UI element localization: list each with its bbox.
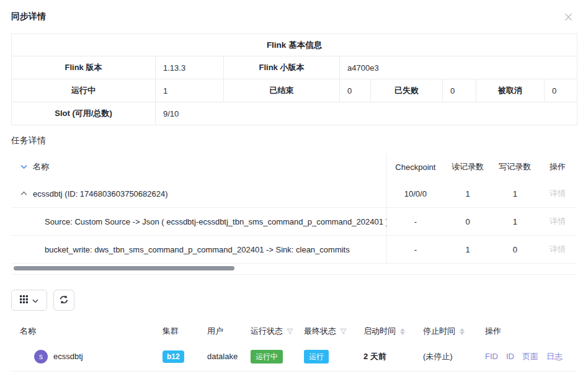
close-icon[interactable] — [563, 12, 573, 22]
task-read-count: 0 — [444, 217, 492, 226]
finished-value: 0 — [340, 79, 371, 102]
column-write-records: 写记录数 — [491, 161, 538, 172]
chevron-down-icon — [32, 296, 38, 305]
fid-link[interactable]: FID — [485, 352, 498, 361]
task-row-source: Source: Custom Source -> Json ( ecssdbtj… — [11, 208, 577, 236]
task-row-sink: bucket_write: dws_tbn_sms_command_p_comm… — [11, 236, 577, 264]
collapse-icon[interactable] — [20, 191, 27, 196]
column-stop-time: 停止时间 — [423, 326, 455, 337]
task-detail-link[interactable]: 详情 — [550, 216, 566, 226]
finished-label: 已结束 — [224, 79, 340, 102]
failed-label: 已失败 — [371, 79, 443, 102]
table-toolbar — [11, 290, 577, 311]
canceled-value: 0 — [545, 79, 577, 102]
id-link[interactable]: ID — [506, 352, 514, 361]
sort-icon[interactable] — [460, 328, 465, 335]
task-row-parent: ecssdbtj (ID: 1746803603750682624) 10/0/… — [11, 180, 577, 208]
task-name: ecssdbtj (ID: 1746803603750682624) — [33, 189, 168, 198]
cluster-badge: b12 — [163, 350, 184, 363]
failed-value: 0 — [443, 79, 476, 102]
scrollbar-thumb[interactable] — [14, 266, 234, 270]
column-action: 操作 — [538, 161, 577, 172]
job-row: s ecssdbtj b12 datalake 运行中 运行 2 天前 (未停止… — [11, 342, 577, 372]
task-detail-link[interactable]: 详情 — [550, 189, 566, 198]
horizontal-scrollbar — [11, 266, 577, 270]
flink-version-value: 1.13.3 — [156, 56, 224, 79]
task-name: Source: Custom Source -> Json ( ecssdbtj… — [45, 217, 386, 226]
task-read-count: 1 — [444, 189, 492, 198]
column-read-records: 读记录数 — [444, 161, 492, 172]
job-stop-time: (未停止) — [423, 351, 453, 362]
column-action: 操作 — [485, 326, 577, 337]
flink-version-label: Flink 版本 — [12, 56, 156, 79]
slot-value: 9/10 — [156, 102, 577, 125]
task-name: bucket_write: dws_tbn_sms_command_p_comm… — [45, 245, 350, 254]
final-status-badge: 运行 — [304, 350, 329, 363]
column-cluster: 集群 — [163, 326, 207, 337]
column-name: 名称 — [33, 161, 49, 172]
page-link[interactable]: 页面 — [522, 351, 538, 362]
modal-title: 同步详情 — [11, 11, 46, 22]
refresh-button[interactable] — [53, 290, 74, 311]
column-run-status: 运行状态 — [251, 326, 283, 337]
task-table: 名称 Checkpoint 读记录数 写记录数 操作 ecssdbtj (ID:… — [11, 154, 577, 270]
column-checkpoint: Checkpoint — [387, 163, 444, 172]
avatar: s — [34, 350, 48, 363]
run-status-badge: 运行中 — [251, 350, 283, 363]
column-user: 用户 — [207, 326, 251, 337]
divider — [11, 274, 577, 275]
job-name: ecssdbtj — [53, 352, 83, 361]
job-user: datalake — [207, 352, 251, 361]
task-checkpoint: 10/0/0 — [387, 189, 444, 198]
grid-icon — [20, 295, 28, 305]
sync-detail-modal: 同步详情 Flink 基本信息 Flink 版本 1.13.3 Flink 小版… — [0, 0, 588, 379]
filter-icon[interactable] — [287, 328, 293, 335]
task-detail-link[interactable]: 详情 — [550, 244, 566, 254]
column-final-status: 最终状态 — [304, 326, 336, 337]
modal-header: 同步详情 — [11, 0, 577, 31]
jobs-table-header: 名称 集群 用户 运行状态 最终状态 启动时间 — [11, 321, 577, 342]
jobs-table: 名称 集群 用户 运行状态 最终状态 启动时间 — [11, 321, 577, 372]
column-settings-button[interactable] — [11, 290, 47, 311]
task-checkpoint: - — [387, 217, 444, 226]
log-link[interactable]: 日志 — [546, 351, 563, 362]
refresh-icon — [59, 295, 69, 306]
sort-icon[interactable] — [400, 328, 405, 335]
filter-icon[interactable] — [340, 328, 347, 335]
chevron-down-icon[interactable] — [20, 164, 27, 169]
task-write-count: 1 — [491, 189, 538, 198]
job-start-time: 2 天前 — [363, 351, 386, 362]
flink-info-header: Flink 基本信息 — [12, 34, 577, 56]
task-read-count: 1 — [444, 245, 492, 254]
task-checkpoint: - — [387, 245, 444, 254]
task-write-count: 1 — [491, 217, 538, 226]
running-label: 运行中 — [12, 79, 156, 102]
canceled-label: 被取消 — [476, 79, 545, 102]
slot-label: Slot (可用/总数) — [12, 102, 156, 125]
flink-minor-version-value: a4700e3 — [340, 56, 577, 79]
task-write-count: 0 — [491, 245, 538, 254]
task-table-header: 名称 Checkpoint 读记录数 写记录数 操作 — [11, 154, 577, 180]
column-name: 名称 — [20, 326, 163, 337]
flink-minor-version-label: Flink 小版本 — [224, 56, 340, 79]
flink-info-table: Flink 基本信息 Flink 版本 1.13.3 Flink 小版本 a47… — [11, 33, 577, 125]
running-value: 1 — [156, 79, 224, 102]
task-details-title: 任务详情 — [11, 134, 577, 146]
column-start-time: 启动时间 — [363, 326, 396, 337]
